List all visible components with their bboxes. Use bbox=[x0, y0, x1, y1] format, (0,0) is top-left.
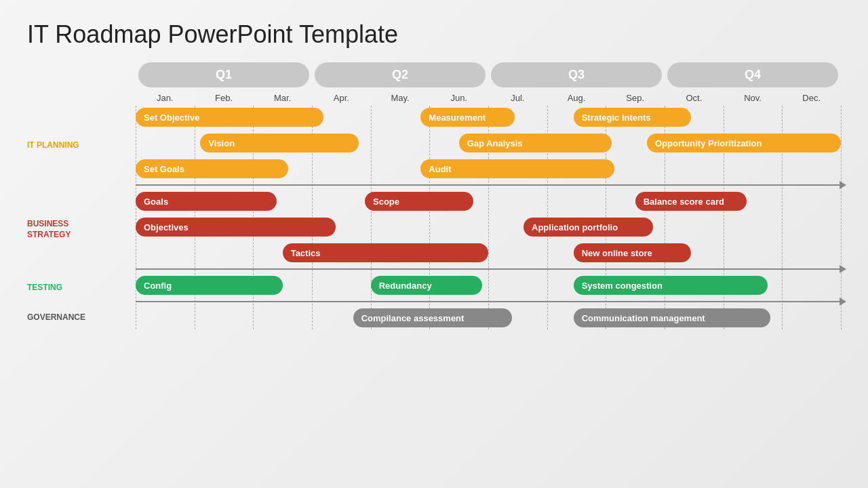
bar-system-congestion: System congestion bbox=[574, 276, 768, 295]
quarter-q3: Q3 bbox=[491, 62, 662, 87]
bar-communication-management: Communication management bbox=[574, 308, 770, 327]
bar-audit: Audit bbox=[420, 159, 614, 178]
governance-label: GOVERNANCE bbox=[27, 312, 129, 323]
bar-objectives: Objectives bbox=[136, 218, 336, 237]
quarter-q4: Q4 bbox=[667, 62, 838, 87]
governance-row-1: Compilance assessment Communication mana… bbox=[136, 306, 841, 329]
bar-vision: Vision bbox=[200, 134, 359, 152]
bar-gap-analysis: Gap Analysis bbox=[459, 134, 612, 152]
it-planning-label: IT PLANNING bbox=[27, 140, 129, 151]
it-planning-row-3: Set Goals Audit bbox=[136, 157, 841, 180]
bar-new-online-store: New online store bbox=[574, 243, 691, 262]
quarter-q1: Q1 bbox=[138, 62, 309, 87]
business-row-3: Tactics New online store bbox=[136, 241, 841, 264]
month-may: May. bbox=[371, 93, 430, 103]
bar-opportunity-prioritization: Opportunity Prioritization bbox=[647, 134, 841, 152]
month-oct: Oct. bbox=[665, 93, 724, 103]
bar-config: Config bbox=[136, 276, 283, 295]
bar-measurement: Measurement bbox=[420, 108, 515, 127]
testing-label: TESTING bbox=[27, 283, 129, 293]
business-strategy-section: BUSINESSSTRATEGY Goals Scope Balance sco… bbox=[136, 190, 841, 270]
month-jul: Jul. bbox=[488, 93, 547, 103]
month-mar: Mar. bbox=[253, 93, 312, 103]
bar-redundancy: Redundancy bbox=[371, 276, 483, 295]
slide: IT Roadmap PowerPoint Template Q1 Q2 Q3 … bbox=[0, 0, 868, 488]
month-feb: Feb. bbox=[195, 93, 254, 103]
testing-section: TESTING Config Redundancy System congest… bbox=[136, 274, 841, 302]
testing-row-1: Config Redundancy System congestion bbox=[136, 274, 841, 297]
it-planning-section: IT PLANNING Set Objective Measurement St… bbox=[136, 106, 841, 186]
governance-section: GOVERNANCE Compilance assessment Communi… bbox=[136, 306, 841, 329]
page-title: IT Roadmap PowerPoint Template bbox=[27, 20, 841, 49]
quarter-q2: Q2 bbox=[315, 62, 486, 87]
bar-tactics: Tactics bbox=[283, 243, 488, 262]
month-sep: Sep. bbox=[606, 93, 665, 103]
it-planning-timeline bbox=[136, 184, 841, 186]
vline-12 bbox=[841, 106, 842, 329]
months-row: Jan. Feb. Mar. Apr. May. Jun. Jul. Aug. … bbox=[136, 93, 841, 103]
bar-strategic-intents: Strategic Intents bbox=[574, 108, 691, 127]
month-jun: Jun. bbox=[429, 93, 488, 103]
bar-set-objective: Set Objective bbox=[136, 108, 323, 127]
month-dec: Dec. bbox=[782, 93, 841, 103]
business-row-2: Objectives Application portfolio bbox=[136, 216, 841, 239]
bar-set-goals: Set Goals bbox=[136, 159, 288, 178]
month-jan: Jan. bbox=[136, 93, 195, 103]
month-apr: Apr. bbox=[312, 93, 371, 103]
chart-area: Q1 Q2 Q3 Q4 Jan. Feb. Mar. Apr. May. Jun… bbox=[27, 62, 841, 329]
bar-application-portfolio: Application portfolio bbox=[524, 218, 653, 237]
it-planning-row-2: Vision Gap Analysis Opportunity Prioriti… bbox=[136, 131, 841, 155]
testing-timeline bbox=[136, 301, 841, 302]
month-aug: Aug. bbox=[547, 93, 606, 103]
bar-compliance-assessment: Compilance assessment bbox=[353, 308, 512, 327]
bar-balance-score-card: Balance score card bbox=[635, 192, 747, 211]
business-timeline bbox=[136, 268, 841, 270]
bar-scope: Scope bbox=[365, 192, 473, 211]
business-strategy-label: BUSINESSSTRATEGY bbox=[27, 219, 129, 240]
gantt-grid: IT PLANNING Set Objective Measurement St… bbox=[136, 106, 841, 329]
business-row-1: Goals Scope Balance score card bbox=[136, 190, 841, 213]
it-planning-row-1: Set Objective Measurement Strategic Inte… bbox=[136, 106, 841, 129]
bar-goals: Goals bbox=[136, 192, 277, 211]
quarters-row: Q1 Q2 Q3 Q4 bbox=[136, 62, 841, 87]
month-nov: Nov. bbox=[724, 93, 783, 103]
